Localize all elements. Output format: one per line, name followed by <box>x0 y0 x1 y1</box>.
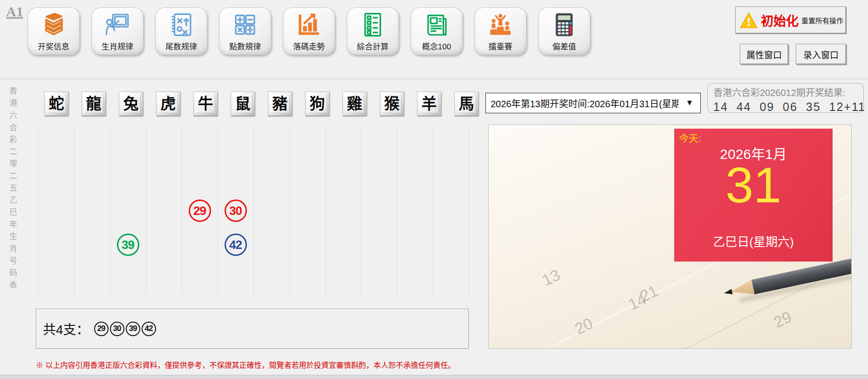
draw-period-dropdown[interactable]: 2026年第13期开奖时间:2026年01月31日(星期六) ▼ <box>485 93 701 113</box>
zodiac-key-狗[interactable]: 狗 <box>305 91 329 116</box>
toolbar-button-1[interactable]: 开奖信息 <box>27 7 80 55</box>
column-separator <box>253 126 254 296</box>
calendar-photo-panel: 132014212229 今天: 2026年1月 31 乙巳日(星期六) 系统验… <box>488 124 852 349</box>
window-bottom-edge <box>0 375 868 379</box>
podium-winners-icon <box>487 11 514 38</box>
toolbar-button-label: 綜合計算 <box>357 40 389 52</box>
zodiac-key-label: 蛇 <box>49 96 64 111</box>
photo-faint-number: 13 <box>540 266 563 289</box>
chart-number-circle-29: 29 <box>189 200 211 222</box>
zodiac-key-蛇[interactable]: 蛇 <box>44 91 68 116</box>
zodiac-key-label: 羊 <box>422 96 437 111</box>
summary-box: 共4支： 29303942 <box>36 309 469 349</box>
column-separator <box>397 126 397 296</box>
zodiac-key-雞[interactable]: 雞 <box>342 91 367 116</box>
strategy-book-icon <box>168 11 195 38</box>
zodiac-key-label: 狗 <box>310 96 325 111</box>
corner-label: A1 <box>6 4 23 20</box>
zodiac-key-兔[interactable]: 兔 <box>119 91 143 116</box>
zodiac-key-label: 龍 <box>86 96 102 111</box>
summary-label: 共4支： <box>43 319 89 338</box>
zodiac-key-牛[interactable]: 牛 <box>193 91 218 116</box>
today-date-card: 今天: 2026年1月 31 乙巳日(星期六) <box>674 129 833 262</box>
rising-bar-chart-icon <box>295 11 322 38</box>
column-separator <box>325 126 326 296</box>
toolbar-button-label: 點數規律 <box>229 40 261 52</box>
zodiac-key-虎[interactable]: 虎 <box>156 91 180 116</box>
warning-icon <box>739 11 758 29</box>
zodiac-key-label: 馬 <box>459 96 474 111</box>
toolbar-button-5[interactable]: 落碼走勢 <box>283 7 335 55</box>
calendar-day: 31 <box>674 158 833 213</box>
pencil-image <box>723 257 852 301</box>
books-stack-icon <box>40 11 67 38</box>
column-separator <box>361 126 362 296</box>
zodiac-key-龍[interactable]: 龍 <box>82 91 106 116</box>
toolbar-button-9[interactable]: 偏差值 <box>538 7 590 55</box>
column-separator <box>289 126 290 296</box>
checklist-icon <box>359 11 386 38</box>
toolbar-button-label: 尾数规律 <box>165 40 197 52</box>
toolbar-button-6[interactable]: 綜合計算 <box>347 7 399 55</box>
zodiac-key-label: 鼠 <box>235 96 251 111</box>
toolbar-button-label: 落碼走勢 <box>293 40 325 52</box>
zodiac-key-label: 牛 <box>198 96 213 111</box>
zodiac-key-豬[interactable]: 豬 <box>268 91 292 116</box>
chart-number-circle-39: 39 <box>117 234 139 256</box>
zodiac-key-馬[interactable]: 馬 <box>454 91 478 116</box>
reset-all-label: 重置所有操作 <box>801 15 843 25</box>
teacher-board-icon <box>104 11 131 38</box>
calculator-icon <box>551 11 578 38</box>
initialize-label: 初始化 <box>761 11 799 29</box>
toolbar-button-4[interactable]: 點數規律 <box>219 7 271 55</box>
zodiac-key-label: 豬 <box>273 96 288 111</box>
toolbar-button-label: 擂臺賽 <box>489 40 513 52</box>
result-title: 香港六合彩2026012期开奖结果: <box>713 85 859 99</box>
summary-number-list: 29303942 <box>94 322 157 336</box>
column-separator <box>110 126 110 296</box>
zodiac-key-鼠[interactable]: 鼠 <box>231 91 255 116</box>
toolbar-button-3[interactable]: 尾数规律 <box>155 7 207 55</box>
properties-window-button[interactable]: 属性窗口 <box>740 44 788 64</box>
summary-number-circle-30: 30 <box>110 322 124 336</box>
column-separator <box>182 126 182 296</box>
column-separator <box>74 126 75 296</box>
chart-number-circle-30: 30 <box>225 200 247 222</box>
summary-number-circle-39: 39 <box>126 322 140 336</box>
latest-result-panel: 香港六合彩2026012期开奖结果: 14 44 09 06 35 12+11 <box>707 83 864 113</box>
toolbar-button-label: 偏差值 <box>553 40 576 52</box>
column-separator <box>218 126 218 296</box>
toolbar-button-7[interactable]: 概念100 <box>410 7 463 55</box>
zodiac-key-label: 雞 <box>347 96 362 111</box>
zodiac-key-羊[interactable]: 羊 <box>417 91 441 116</box>
toolbar-button-label: 概念100 <box>422 40 451 52</box>
column-separator <box>469 126 469 296</box>
footer-disclaimer: ※ 以上内容引用香港正版六合彩資料，僅提供參考，不保證其正確性，閱覽者若用於投資… <box>36 359 455 370</box>
calendar-day-detail: 乙巳日(星期六) <box>674 232 833 249</box>
toolbar-button-label: 生肖规律 <box>102 40 133 52</box>
zodiac-key-label: 猴 <box>384 96 400 111</box>
math-operations-icon <box>232 11 259 38</box>
summary-number-circle-29: 29 <box>94 322 109 336</box>
zodiac-key-label: 兔 <box>123 96 139 111</box>
side-vertical-title: 香港六合彩二零二五乙巳年生肖号码表 <box>7 87 18 306</box>
page-edge-line <box>579 299 852 349</box>
photo-faint-number: 29 <box>771 308 795 331</box>
initialize-button[interactable]: 初始化 重置所有操作 <box>735 7 846 34</box>
result-numbers: 14 44 09 06 35 12+11 <box>713 100 859 114</box>
toolbar-button-label: 开奖信息 <box>38 40 69 52</box>
toolbar-button-8[interactable]: 擂臺賽 <box>474 7 526 55</box>
column-separator <box>433 126 433 296</box>
column-separator <box>38 126 39 296</box>
toolbar-separator <box>0 79 868 80</box>
entry-window-button[interactable]: 录入窗口 <box>796 44 846 64</box>
chart-number-circle-42: 42 <box>225 234 247 256</box>
column-separator <box>146 126 146 296</box>
summary-number-circle-42: 42 <box>142 322 156 336</box>
zodiac-number-chart: 29303942 <box>36 126 469 296</box>
app-window: A1 开奖信息生肖规律尾数规律點數規律落碼走勢綜合計算概念100擂臺賽偏差值 初… <box>0 0 868 379</box>
zodiac-key-label: 虎 <box>161 96 176 111</box>
toolbar-button-2[interactable]: 生肖规律 <box>91 7 144 55</box>
zodiac-key-猴[interactable]: 猴 <box>380 91 404 116</box>
dropdown-arrow-icon[interactable]: ▼ <box>679 98 700 108</box>
